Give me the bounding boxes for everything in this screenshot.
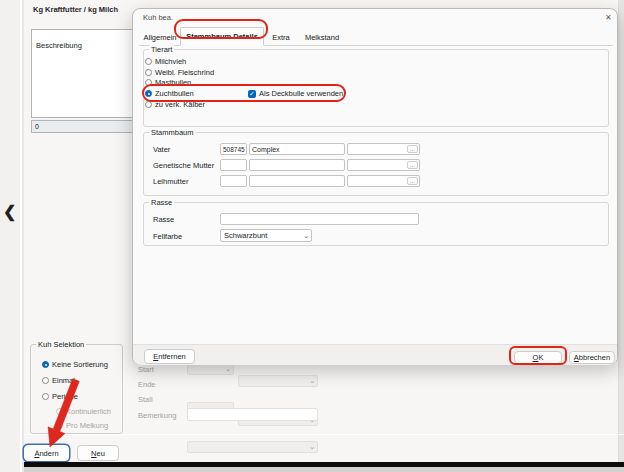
screen-bottom-strip — [24, 467, 624, 472]
radio-icon — [145, 90, 152, 97]
rasse-field[interactable] — [220, 213, 419, 225]
section-title: Kg Kraftfutter / kg Milch — [33, 5, 118, 14]
radio-label: Mastbullen — [155, 78, 191, 87]
bemerkung-input[interactable] — [187, 408, 318, 421]
radio-label: Pro Melkung — [66, 421, 108, 430]
vater-id-field[interactable]: 508745 — [220, 143, 247, 155]
genetische-mutter-extra-field[interactable]: … — [347, 159, 420, 171]
tierart-group — [143, 49, 609, 127]
tab-allgemein[interactable]: Allgemein — [140, 30, 180, 45]
button-label: Abbrechen — [574, 353, 610, 362]
chevron-down-icon: ⌄ — [225, 365, 231, 372]
radio-milchvieh[interactable]: Milchvieh — [145, 57, 186, 66]
dialog-title: Kuh bea. — [143, 13, 173, 22]
radio-label: Kontinuierlich — [66, 407, 111, 416]
radio-icon — [56, 422, 63, 429]
radio-pro-melkung: Pro Melkung — [56, 421, 108, 430]
stall-dropdown: ⌄ — [187, 441, 318, 453]
radio-zu-verk-kaelber[interactable]: zu verk. Kälber — [145, 100, 205, 109]
chevron-down-icon: ⌄ — [309, 377, 315, 384]
browse-button[interactable]: … — [407, 145, 418, 153]
tab-melkstand[interactable]: Melkstand — [298, 30, 346, 45]
tierart-title: Tierart — [149, 45, 174, 54]
list-footer-row: 0 — [31, 120, 140, 133]
genetische-mutter-label: Genetische Mutter — [153, 161, 214, 170]
fellfarbe-select[interactable]: Schwarzbunt ⌄ — [220, 229, 312, 242]
radio-icon — [56, 408, 63, 415]
checkbox-label: Als Deckbulle verwenden — [259, 89, 343, 98]
rasse-title: Rasse — [149, 198, 174, 207]
fellfarbe-label: Fellfarbe — [153, 232, 182, 241]
radio-icon — [42, 377, 49, 384]
tab-extra[interactable]: Extra — [266, 30, 296, 45]
radio-mastbullen[interactable]: Mastbullen — [145, 78, 191, 87]
start-dropdown-2: ⌄ — [238, 375, 318, 387]
list-header: Beschreibung — [36, 41, 82, 50]
radio-weibl-fleischrind[interactable]: Weibl. Fleischrind — [145, 68, 214, 77]
vater-label: Vater — [153, 145, 170, 154]
radio-periode[interactable]: Periode — [42, 392, 78, 401]
radio-keine-sortierung[interactable]: Keine Sortierung — [42, 360, 108, 369]
genetische-mutter-id-field[interactable] — [220, 159, 247, 171]
leihmutter-label: Leihmutter — [153, 177, 188, 186]
deckbulle-checkbox-row[interactable]: ✓ Als Deckbulle verwenden — [248, 89, 343, 98]
kuh-selektion-title: Kuh Selektion — [36, 340, 86, 349]
radio-icon — [145, 69, 152, 76]
bemerkung-label: Bemerkung — [138, 411, 176, 420]
radio-einmal[interactable]: Einmal — [42, 376, 75, 385]
neu-button[interactable]: Neu — [77, 445, 119, 461]
screen: ❮ Kg Kraftfutter / kg Milch Beschreibung… — [0, 0, 624, 472]
radio-label: zu verk. Kälber — [155, 100, 205, 109]
abbrechen-button[interactable]: Abbrechen — [569, 351, 615, 364]
radio-icon — [42, 393, 49, 400]
radio-label: Keine Sortierung — [52, 360, 108, 369]
window-right-edge — [618, 0, 624, 463]
ende-label: Ende — [138, 380, 156, 389]
leihmutter-id-field[interactable] — [220, 175, 247, 187]
button-label: Ändern — [34, 449, 58, 458]
radio-kontinuierlich: Kontinuierlich — [56, 407, 111, 416]
kuh-bearbeiten-dialog: Kuh bea. ✕ Allgemein Stammbaum Details E… — [132, 8, 618, 365]
stall-label: Stall — [138, 395, 153, 404]
genetische-mutter-name-field[interactable] — [249, 159, 345, 171]
left-rail — [0, 0, 22, 472]
leihmutter-extra-field[interactable]: … — [347, 175, 420, 187]
browse-button[interactable]: … — [407, 161, 418, 169]
button-label: OK — [533, 353, 544, 362]
button-label: Neu — [91, 449, 105, 458]
radio-label: Weibl. Fleischrind — [155, 68, 214, 77]
chevron-down-icon: ⌄ — [303, 231, 309, 238]
radio-zuchtbullen[interactable]: Zuchtbullen — [145, 89, 194, 98]
browse-button[interactable]: … — [407, 177, 418, 185]
button-label: Entfernen — [153, 352, 186, 361]
collapse-panel-icon[interactable]: ❮ — [3, 204, 16, 220]
chevron-down-icon: ⌄ — [309, 443, 315, 450]
leihmutter-name-field[interactable] — [249, 175, 345, 187]
radio-label: Einmal — [52, 376, 75, 385]
vater-name-field[interactable]: Complex — [249, 143, 345, 155]
fellfarbe-value: Schwarzbunt — [224, 231, 267, 240]
beschreibung-list[interactable]: Beschreibung — [31, 29, 140, 118]
radio-icon — [145, 58, 152, 65]
radio-icon — [145, 101, 152, 108]
list-footer-value: 0 — [35, 123, 39, 130]
stammbaum-title: Stammbaum — [149, 128, 196, 137]
entfernen-button[interactable]: Entfernen — [144, 349, 195, 364]
radio-icon — [145, 79, 152, 86]
rasse-label: Rasse — [153, 215, 174, 224]
radio-icon — [42, 361, 49, 368]
start-label: Start — [138, 365, 154, 374]
divider — [24, 434, 624, 435]
close-icon[interactable]: ✕ — [605, 13, 612, 22]
radio-label: Zuchtbullen — [155, 89, 194, 98]
ok-button[interactable]: OK — [514, 351, 562, 364]
radio-label: Periode — [52, 392, 78, 401]
vater-extra-field[interactable]: … — [347, 143, 420, 155]
tab-stammbaum-details[interactable]: Stammbaum Details — [180, 27, 264, 46]
checkbox-checked-icon[interactable]: ✓ — [248, 90, 256, 98]
radio-label: Milchvieh — [155, 57, 186, 66]
aendern-button[interactable]: Ändern — [24, 445, 69, 461]
